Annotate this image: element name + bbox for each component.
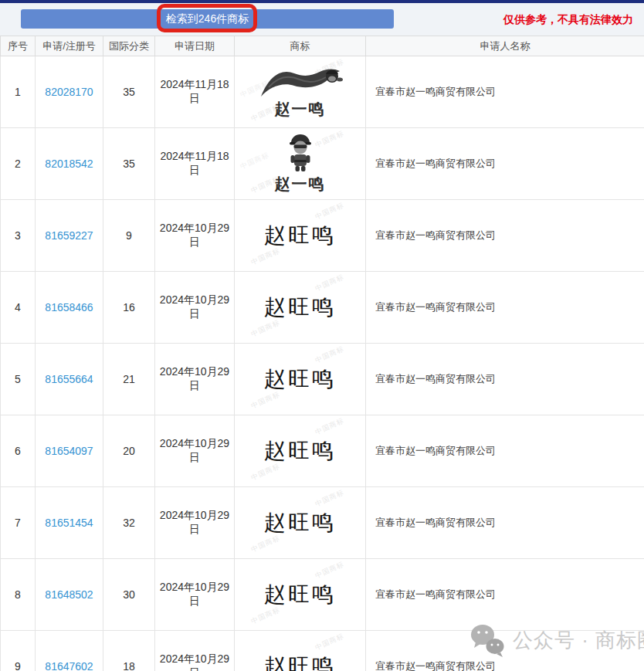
registration-number-link[interactable]: 81658466 (45, 301, 93, 313)
trademark-cell: 中国商标 中国商标 赵旺鸣 (235, 272, 366, 344)
column-header-registration-number: 申请/注册号 (36, 36, 103, 56)
trademark-search-results-page: { "banner": { "result_button_label": "检索… (0, 0, 644, 671)
trademark-cell: 中国商标 中国商标 赵旺鸣 (235, 559, 366, 631)
cnipa-watermark: 中国商标 (314, 631, 346, 652)
trademark-image-text: 赵旺鸣 (236, 221, 364, 250)
table-header-row: 序号 申请/注册号 国际分类 申请日期 商标 申请人名称 (1, 36, 644, 56)
column-header-intl-class: 国际分类 (103, 36, 155, 56)
table-row: 1 82028170 35 2024年11月18日 中国商标 中国商标 中国商标 (1, 56, 644, 128)
trademark-cell: 中国商标 中国商标 赵旺鸣 (235, 415, 366, 487)
column-header-applicant: 申请人名称 (366, 36, 644, 56)
application-date: 2024年10月29日 (155, 415, 235, 487)
row-index: 6 (1, 415, 36, 487)
registration-number-link[interactable]: 81655664 (45, 373, 93, 385)
row-index: 5 (1, 344, 36, 415)
application-date: 2024年10月29日 (155, 631, 235, 671)
table-row: 4 81658466 16 2024年10月29日 中国商标 中国商标 赵旺鸣 … (1, 272, 644, 344)
trademark-cell: 中国商标 中国商标 中国商标 赵一鸣 (235, 56, 366, 128)
registration-number-link[interactable]: 82018542 (45, 158, 93, 170)
registration-number-link[interactable]: 81651454 (45, 517, 93, 529)
intl-class-value: 9 (103, 200, 155, 272)
registration-number-link[interactable]: 82028170 (45, 86, 93, 98)
registration-number-link[interactable]: 81648502 (45, 588, 93, 601)
row-index: 3 (1, 200, 36, 272)
trademark-image-character-logo: 赵一鸣 (236, 133, 364, 195)
application-date: 2024年10月29日 (155, 487, 235, 559)
row-index: 8 (1, 559, 36, 631)
cnipa-watermark: 中国商标 (314, 200, 346, 222)
trademark-cell: 中国商标 中国商标 中国商标 (235, 128, 366, 200)
table-row: 7 81651454 32 2024年10月29日 中国商标 中国商标 赵旺鸣 … (1, 487, 644, 559)
applicant-name: 宜春市赵一鸣商贸有限公司 (366, 128, 644, 200)
table-row: 5 81655664 21 2024年10月29日 中国商标 中国商标 赵旺鸣 … (1, 344, 644, 415)
trademark-image-text: 赵旺鸣 (236, 508, 364, 537)
trademark-cell: 中国商标 中国商标 赵旺鸣 (235, 487, 366, 559)
intl-class-value: 32 (103, 487, 155, 559)
cnipa-watermark: 中国商标 (314, 272, 346, 293)
trademark-image-text: 赵旺鸣 (236, 364, 364, 394)
applicant-name: 宜春市赵一鸣商贸有限公司 (366, 200, 644, 272)
trademark-logo-text: 赵一鸣 (275, 174, 326, 195)
row-index: 9 (1, 631, 36, 671)
applicant-name: 宜春市赵一鸣商贸有限公司 (366, 344, 644, 415)
trademark-logo-text: 赵一鸣 (275, 99, 326, 120)
cnipa-watermark: 中国商标 (314, 487, 346, 509)
intl-class-value: 21 (103, 344, 155, 415)
table-row: 6 81654097 20 2024年10月29日 中国商标 中国商标 赵旺鸣 … (1, 415, 644, 487)
application-date: 2024年11月18日 (155, 56, 235, 128)
trademark-results-table: 序号 申请/注册号 国际分类 申请日期 商标 申请人名称 1 82028170 … (0, 36, 644, 671)
application-date: 2024年10月29日 (155, 344, 235, 415)
intl-class-value: 20 (103, 415, 155, 487)
applicant-name: 宜春市赵一鸣商贸有限公司 (366, 631, 644, 671)
intl-class-value: 16 (103, 272, 155, 344)
column-header-index: 序号 (1, 36, 36, 56)
intl-class-value: 30 (103, 559, 155, 631)
table-row: 8 81648502 30 2024年10月29日 中国商标 中国商标 赵旺鸣 … (1, 559, 644, 631)
column-header-date: 申请日期 (155, 36, 235, 56)
cnipa-watermark: 中国商标 (314, 415, 346, 437)
cape-swoosh-icon (258, 64, 343, 98)
column-header-trademark: 商标 (235, 36, 366, 56)
results-banner: 检索到246件商标 仅供参考，不具有法律效力 (0, 3, 644, 36)
trademark-image-cape-logo: 赵一鸣 (236, 64, 364, 120)
table-row: 9 81647602 18 2024年10月29日 中国商标 中国商标 赵旺鸣 … (1, 631, 644, 671)
legal-disclaimer-text: 仅供参考，不具有法律效力 (503, 13, 633, 27)
intl-class-value: 35 (103, 56, 155, 128)
cnipa-watermark: 中国商标 (314, 344, 346, 365)
intl-class-value: 18 (103, 631, 155, 671)
trademark-cell: 中国商标 中国商标 赵旺鸣 (235, 200, 366, 272)
row-index: 7 (1, 487, 36, 559)
application-date: 2024年10月29日 (155, 559, 235, 631)
row-index: 2 (1, 128, 36, 200)
registration-number-link[interactable]: 81647602 (45, 660, 93, 671)
table-row: 2 82018542 35 2024年11月18日 中国商标 中国商标 中国商标 (1, 128, 644, 200)
trademark-cell: 中国商标 中国商标 赵旺鸣 (235, 344, 366, 415)
intl-class-value: 35 (103, 128, 155, 200)
row-index: 1 (1, 56, 36, 128)
applicant-name: 宜春市赵一鸣商贸有限公司 (366, 272, 644, 344)
applicant-name: 宜春市赵一鸣商贸有限公司 (366, 487, 644, 559)
applicant-name: 宜春市赵一鸣商贸有限公司 (366, 415, 644, 487)
trademark-image-text: 赵旺鸣 (236, 652, 364, 671)
applicant-name: 宜春市赵一鸣商贸有限公司 (366, 559, 644, 631)
application-date: 2024年11月18日 (155, 128, 235, 200)
trademark-image-text: 赵旺鸣 (236, 436, 364, 466)
registration-number-link[interactable]: 81659227 (45, 229, 93, 242)
row-index: 4 (1, 272, 36, 344)
trademark-image-text: 赵旺鸣 (236, 580, 364, 609)
table-row: 3 81659227 9 2024年10月29日 中国商标 中国商标 赵旺鸣 宜… (1, 200, 644, 272)
result-count-button[interactable]: 检索到246件商标 (21, 9, 394, 29)
applicant-name: 宜春市赵一鸣商贸有限公司 (366, 56, 644, 128)
application-date: 2024年10月29日 (155, 272, 235, 344)
trademark-cell: 中国商标 中国商标 赵旺鸣 (235, 631, 366, 671)
registration-number-link[interactable]: 81654097 (45, 445, 93, 457)
application-date: 2024年10月29日 (155, 200, 235, 272)
mascot-character-icon (284, 133, 317, 173)
cnipa-watermark: 中国商标 (314, 559, 346, 581)
trademark-image-text: 赵旺鸣 (236, 293, 364, 322)
